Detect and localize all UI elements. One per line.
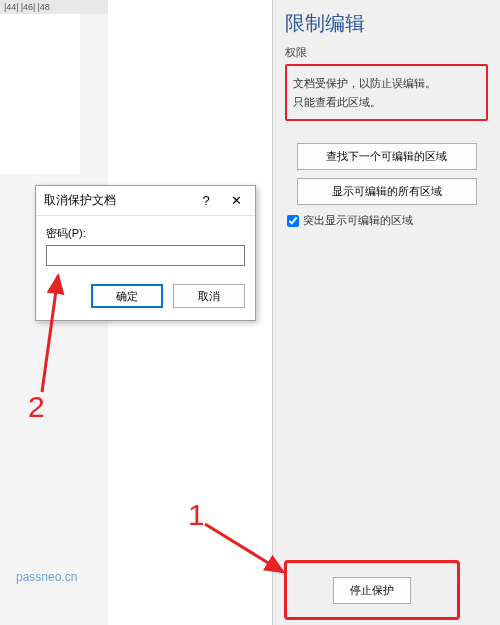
password-label: 密码(P): [46,226,245,241]
dialog-body: 密码(P): 确定 取消 [36,216,255,320]
permissions-box: 文档受保护，以防止误编辑。 只能查看此区域。 [285,64,488,121]
show-all-regions-button[interactable]: 显示可编辑的所有区域 [297,178,477,205]
password-input[interactable] [46,245,245,266]
cancel-button[interactable]: 取消 [173,284,245,308]
annotation-number-2: 2 [28,390,45,424]
restrict-editing-panel: 限制编辑 权限 文档受保护，以防止误编辑。 只能查看此区域。 查找下一个可编辑的… [272,0,500,625]
find-next-region-button[interactable]: 查找下一个可编辑的区域 [297,143,477,170]
stop-protection-button[interactable]: 停止保护 [333,577,411,604]
document-page [0,14,80,174]
highlight-checkbox-row[interactable]: 突出显示可编辑的区域 [287,213,488,228]
ruler: |44| |46| |48 [0,0,108,14]
ruler-mark: |44| [4,2,19,12]
ok-button[interactable]: 确定 [91,284,163,308]
permissions-text: 只能查看此区域。 [293,93,480,112]
highlight-checkbox-label: 突出显示可编辑的区域 [303,213,413,228]
close-icon[interactable]: ✕ [221,193,251,208]
dialog-buttons: 确定 取消 [46,284,245,308]
panel-title: 限制编辑 [285,10,488,37]
ruler-mark: |46| [21,2,36,12]
stop-protection-highlight: 停止保护 [284,560,460,620]
ruler-mark: |48 [37,2,49,12]
annotation-number-1: 1 [188,498,205,532]
unprotect-dialog: 取消保护文档 ? ✕ 密码(P): 确定 取消 [35,185,256,321]
permissions-text: 文档受保护，以防止误编辑。 [293,74,480,93]
highlight-checkbox[interactable] [287,215,299,227]
help-icon[interactable]: ? [191,193,221,208]
dialog-titlebar: 取消保护文档 ? ✕ [36,186,255,216]
dialog-title: 取消保护文档 [44,192,191,209]
watermark: passneo.cn [16,570,77,584]
permissions-label: 权限 [285,45,488,60]
